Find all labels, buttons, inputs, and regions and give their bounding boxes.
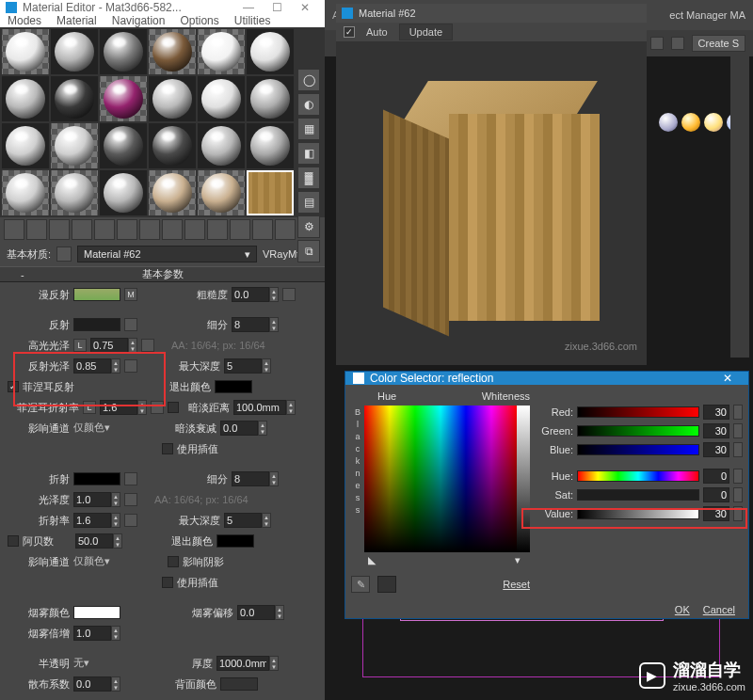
fogcolor-swatch[interactable] [73, 606, 120, 619]
material-sample-slot[interactable] [100, 170, 147, 215]
thickness-input[interactable] [216, 656, 269, 671]
material-sample-slot[interactable] [51, 76, 98, 121]
material-sample-slot[interactable] [247, 170, 294, 215]
channel-value-input[interactable] [703, 469, 729, 484]
spinner-arrows[interactable] [733, 405, 743, 420]
tool-icon[interactable] [72, 219, 92, 240]
material-sample-slot[interactable] [100, 29, 147, 74]
diffuse-swatch[interactable] [73, 288, 120, 301]
channel-value-input[interactable] [703, 487, 729, 502]
close-button[interactable]: ✕ [291, 1, 319, 14]
material-sample-slot[interactable] [149, 76, 196, 121]
spinner-arrows[interactable] [733, 469, 743, 484]
material-sample-slot[interactable] [247, 29, 294, 74]
tool-icon[interactable] [117, 219, 137, 240]
material-sample-slot[interactable] [51, 170, 98, 215]
tool-icon[interactable] [49, 219, 70, 240]
material-sample-slot[interactable] [198, 123, 245, 168]
current-color-swatch[interactable] [377, 576, 396, 593]
spinner-arrows[interactable] [733, 506, 743, 521]
tool-icon[interactable] [207, 219, 228, 240]
subdiv2-spinner[interactable]: ▲▼ [232, 471, 279, 486]
material-sample-slot[interactable] [2, 76, 49, 121]
close-button[interactable]: ✕ [714, 372, 741, 385]
tool-icon[interactable] [275, 219, 296, 240]
fogmult-input[interactable] [73, 626, 111, 641]
tool-icon[interactable]: ◧ [297, 142, 320, 165]
hgloss-spinner[interactable]: ▲▼ [90, 338, 137, 353]
tool-icon[interactable] [184, 219, 205, 240]
tool-icon[interactable]: ◐ [297, 93, 320, 116]
reset-button[interactable]: Reset [503, 579, 530, 590]
tool-icon[interactable]: ▦ [297, 118, 320, 140]
material-sample-slot[interactable] [198, 76, 245, 121]
map-button[interactable] [151, 401, 164, 414]
backcolor-swatch[interactable] [220, 677, 258, 691]
fogmult-spinner[interactable]: ▲▼ [73, 626, 120, 641]
material-sample-slot[interactable] [51, 123, 98, 168]
menu-material[interactable]: Material [56, 14, 97, 27]
material-sample-slot[interactable] [100, 123, 147, 168]
spinner-arrows[interactable] [733, 487, 743, 502]
color-selector-titlebar[interactable]: Color Selector: reflection ✕ [345, 372, 748, 385]
maximize-button[interactable]: ☐ [263, 1, 291, 14]
lock-button[interactable]: L [83, 401, 96, 414]
material-sample-slot[interactable] [2, 29, 49, 74]
whiteness-slider[interactable] [517, 406, 530, 552]
pick-icon[interactable] [56, 247, 72, 262]
fogbias-spinner[interactable]: ▲▼ [237, 605, 284, 620]
abbe-input[interactable] [75, 533, 113, 549]
map-button[interactable] [282, 288, 296, 301]
eyedropper-icon[interactable]: ✎ [351, 576, 370, 593]
useinterp2-checkbox[interactable] [162, 577, 173, 588]
map-button[interactable] [124, 514, 137, 527]
preview-titlebar[interactable]: Material #62 [336, 4, 647, 23]
material-sample-slot[interactable] [149, 170, 196, 215]
map-button[interactable] [124, 359, 137, 373]
ior-spinner[interactable]: ▲▼ [73, 513, 120, 528]
menu-navigation[interactable]: Navigation [112, 14, 166, 27]
fogbias-input[interactable] [237, 605, 275, 620]
maxdepth-input[interactable] [224, 358, 262, 374]
tool-icon[interactable]: ▓ [297, 167, 320, 189]
tool-icon[interactable]: ⚙ [297, 215, 320, 238]
roughness-spinner[interactable]: ▲▼ [232, 287, 279, 302]
affectsh-checkbox[interactable] [168, 556, 179, 567]
light-icon[interactable] [704, 113, 723, 132]
map-button[interactable] [124, 472, 137, 485]
material-sample-slot[interactable] [198, 29, 245, 74]
reflect-swatch[interactable] [73, 318, 120, 331]
channel-value-input[interactable] [703, 442, 729, 457]
channel-slider[interactable] [577, 489, 699, 501]
material-sample-slot[interactable] [51, 29, 98, 74]
create-button[interactable]: Create S [692, 35, 745, 52]
material-sample-slot[interactable] [2, 170, 49, 215]
map-button[interactable] [141, 339, 154, 352]
abbe-checkbox[interactable] [8, 535, 19, 547]
fresnel-checkbox[interactable] [8, 381, 19, 392]
channel-slider[interactable] [577, 406, 699, 418]
ior-input[interactable] [73, 513, 111, 528]
cancel-button[interactable]: Cancel [703, 604, 735, 615]
menu-options[interactable]: Options [180, 14, 218, 27]
refract-swatch[interactable] [73, 472, 120, 485]
map-button[interactable] [124, 493, 137, 506]
translucency-dropdown[interactable]: 无▾ [73, 656, 139, 671]
useinterp-checkbox[interactable] [162, 443, 173, 454]
window-titlebar[interactable]: Material Editor - Mat3d66-582... — ☐ ✕ [0, 0, 325, 14]
map-button[interactable]: M [124, 288, 137, 301]
scatter-input[interactable] [73, 676, 111, 692]
dimdist-checkbox[interactable] [168, 402, 179, 413]
tool-icon[interactable] [94, 219, 115, 240]
tool-icon[interactable] [26, 219, 47, 240]
auto-checkbox[interactable] [344, 26, 355, 38]
tool-icon[interactable] [650, 37, 664, 50]
dimdist-input[interactable] [233, 400, 286, 415]
update-button[interactable]: Update [399, 24, 453, 40]
hue-saturation-picker[interactable] [364, 406, 517, 552]
menu-modes[interactable]: Modes [8, 14, 41, 27]
fresnelior-spinner[interactable]: ▲▼ [100, 400, 147, 415]
dimfall-input[interactable] [220, 421, 258, 436]
material-sample-slot[interactable] [247, 76, 294, 121]
rgloss-input[interactable] [73, 358, 111, 374]
